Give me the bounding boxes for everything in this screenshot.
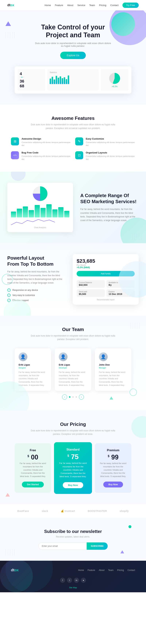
feature-content-3: Bug Free Code Consectetur adipiscing eli…	[21, 151, 71, 161]
brand-logo-1: BootFace	[17, 510, 29, 512]
feature-icon-layouts: ⊡	[75, 151, 83, 159]
pricing-btn-free[interactable]: Get Started	[22, 482, 44, 488]
card-stat-1: Current Balance $42,504	[77, 280, 105, 288]
brand-logo-3: 💰 trustcart	[61, 510, 75, 512]
team-dot-3[interactable]	[76, 396, 77, 398]
pricing-btn-standard[interactable]: Buy Now	[63, 482, 83, 488]
social-twitter-button[interactable]: t	[67, 578, 72, 583]
pricing-desc-free: Far far away, behind the word mountains …	[19, 462, 47, 478]
feature-icon-code: </>	[11, 151, 19, 159]
card-stat-3: Send paid $5,500	[77, 289, 105, 297]
avatar-icon-3: 👤	[101, 354, 106, 359]
team-dot-1[interactable]	[69, 396, 70, 398]
team-next-button[interactable]: ›	[79, 394, 84, 400]
brand-logo-5: shopify	[120, 510, 129, 512]
mkt-bar-1	[11, 212, 16, 218]
footer-link-about[interactable]: About	[99, 569, 104, 572]
pricing-desc-standard: Far far away, behind the word mountains …	[59, 462, 87, 478]
team-card-3: 👤 John Doe Manager Far far away, behind …	[95, 348, 131, 391]
pricing-triangle-decoration	[5, 493, 10, 496]
nav-about[interactable]: About	[67, 4, 73, 6]
mkt-bar-7	[46, 204, 51, 218]
hero-subtitle: Duis aute irure dolor in reprehenderit i…	[35, 42, 111, 47]
card-stat-value-3: $5,500	[79, 293, 103, 296]
feature-title-3: Bug Free Code	[21, 151, 71, 154]
social-other-button[interactable]: ●	[81, 578, 86, 583]
dash-bar-chart	[50, 75, 96, 84]
feature-content-1: Awesome Design Consectetur adipiscing el…	[21, 138, 71, 147]
pricing-type-free: Free	[19, 449, 47, 452]
features-grid: ⊞ Awesome Design Consectetur adipiscing …	[11, 138, 135, 161]
check-item-1: Responsive on any device	[7, 288, 65, 292]
newsletter-title: Subscribe to our newsletter	[7, 529, 139, 534]
pricing-btn-premium[interactable]: Buy Now	[103, 482, 123, 488]
footer-link-contact[interactable]: Contact	[128, 569, 135, 572]
card-amount: $23,685	[77, 258, 135, 264]
nav-service[interactable]: Service	[77, 4, 85, 6]
team-avatar-2: 👤	[59, 352, 68, 361]
nav-team[interactable]: Team	[89, 4, 95, 6]
team-name-3: John Doe	[99, 364, 127, 366]
powerful-desc: Far far away, behind the word mountains,…	[7, 270, 65, 285]
hero-title: Take Control of your Project and Team	[7, 23, 139, 39]
feature-desc-1: Consectetur adipiscing elit donec tempus…	[21, 141, 71, 147]
newsletter-subscribe-button[interactable]: SUBSCRIBE	[87, 542, 108, 550]
pricing-currency-premium: $	[108, 454, 110, 458]
feature-icon-customize: ✎	[75, 138, 83, 146]
newsletter-email-input[interactable]	[38, 542, 87, 550]
dash-bar-1	[50, 78, 51, 84]
footer-link-pricing[interactable]: Pricing	[117, 569, 124, 572]
feature-desc-2: Consectetur adipiscing elit donec tempus…	[86, 141, 135, 147]
nav-logo: dtox	[7, 3, 14, 7]
team-prev-button[interactable]: ‹	[62, 394, 67, 400]
card-stat-label-3: Send paid	[79, 291, 87, 293]
newsletter-dot-decoration	[129, 525, 131, 528]
dash-donut-chart	[109, 73, 120, 84]
dot-pattern-team	[130, 323, 141, 329]
nav-contact[interactable]: Contact	[110, 4, 119, 6]
team-avatar-1: 👤	[19, 352, 27, 361]
nav-feature[interactable]: Feature	[55, 4, 63, 6]
check-label-2: Very easy to customize	[12, 294, 35, 296]
social-facebook-button[interactable]: f	[60, 578, 65, 583]
pricing-subtitle: Duis aute irure dolor in reprehenderit i…	[29, 429, 117, 436]
marketing-donut-chart	[33, 186, 47, 201]
team-role-3: Manager	[99, 367, 127, 369]
pricing-card-premium: Premium $ 99 Far far away, behind the wo…	[95, 443, 131, 493]
pricing-amount-free: $ 00	[19, 454, 47, 461]
features-section: Awesome Features Duis aute irure dolor i…	[0, 104, 146, 172]
dash-bar-2	[52, 77, 53, 84]
dash-stat-positive: +6.2%	[103, 85, 126, 88]
feature-item-4: ⊡ Organized Layouts Consectetur adipisci…	[75, 151, 135, 161]
brands-section: BootFace slack 💰 trustcart BOOSTFASTER s…	[0, 504, 146, 518]
brand-logo-2: slack	[42, 510, 48, 512]
footer-link-team[interactable]: Team	[108, 569, 114, 572]
card-stat-value-1: $42,504	[79, 284, 103, 286]
pricing-grid: Free $ 00 Far far away, behind the word …	[7, 443, 139, 493]
dash-bar-6	[60, 76, 61, 84]
nav-pricing[interactable]: Pricing	[99, 4, 106, 6]
mkt-bar-2	[17, 209, 22, 218]
pricing-type-standard: Standard	[59, 448, 87, 452]
social-linkedin-button[interactable]: in	[74, 578, 79, 583]
footer-link-feature[interactable]: Feature	[88, 569, 95, 572]
marketing-visual: Chart Analytics	[7, 183, 73, 232]
card-stat-label-4: Expires	[109, 291, 115, 293]
dash-bar-8	[64, 77, 65, 84]
hero-cta-button[interactable]: Explore Us	[60, 52, 86, 59]
team-name-2: Erik Ligas	[59, 364, 87, 366]
marketing-title: A Complete Range Of SEO Marketing Servic…	[80, 192, 139, 205]
feature-content-4: Organized Layouts Consectetur adipiscing…	[86, 151, 135, 161]
mkt-bar-3	[23, 206, 28, 218]
pricing-card-free: Free $ 00 Far far away, behind the word …	[14, 443, 51, 493]
newsletter-form: SUBSCRIBE	[38, 542, 108, 550]
nav-cta-button[interactable]: Try Free	[123, 2, 139, 8]
nav-links: Home Feature About Service Team Pricing …	[44, 2, 139, 8]
team-dot-2[interactable]	[72, 396, 74, 398]
marketing-bar-chart	[11, 203, 69, 218]
feature-title-1: Awesome Design	[21, 138, 71, 140]
dash-bar-7	[62, 78, 63, 84]
pricing-desc-premium: Far far away, behind the word mountains …	[99, 462, 127, 478]
footer-link-home[interactable]: Home	[78, 569, 84, 572]
nav-home[interactable]: Home	[44, 4, 51, 6]
